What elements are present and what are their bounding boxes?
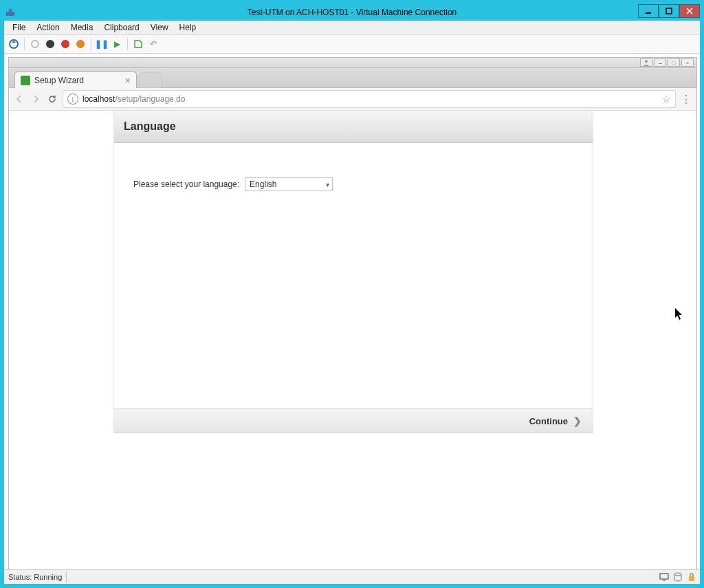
disk-icon[interactable] [672,572,683,582]
menu-view[interactable]: View [146,21,173,34]
maximize-button[interactable] [659,4,679,18]
vm-menubar: File Action Media Clipboard View Help [4,21,700,35]
site-info-icon[interactable]: i [67,94,78,105]
chrome-maximize-button[interactable]: □ [668,58,680,67]
statusbar-separator [66,571,67,582]
vm-display[interactable]: ‒ □ × Setup Wizard × [4,54,700,569]
wizard-title: Language [124,120,176,133]
svg-rect-3 [666,8,672,14]
toolbar-separator [91,38,91,50]
toolbar-separator [24,38,25,50]
language-select[interactable]: English ▾ [245,177,333,191]
forward-button[interactable] [30,93,42,105]
chrome-window: ‒ □ × Setup Wizard × [8,57,697,569]
toolbar-separator [127,38,128,50]
menu-clipboard[interactable]: Clipboard [100,21,143,34]
language-selected-value: English [250,179,276,189]
svg-rect-11 [689,576,694,581]
language-prompt: Please select your language: [133,179,239,189]
wizard-body: Please select your language: English ▾ [114,143,593,409]
vm-titlebar: Test-UTM on ACH-HOST01 - Virtual Machine… [4,4,700,21]
browser-tab-setup-wizard[interactable]: Setup Wizard × [14,72,137,88]
close-button[interactable] [679,4,700,18]
checkpoint-button[interactable] [131,37,145,51]
svg-rect-8 [660,574,668,579]
save-button[interactable] [74,37,87,51]
reload-button[interactable] [46,93,58,105]
url-text: localhost/setup/language.do [82,94,185,104]
wizard-header: Language [114,111,593,143]
shutdown-button[interactable] [58,37,72,51]
ctrl-alt-del-button[interactable] [7,37,21,51]
svg-rect-1 [9,9,12,12]
vm-app-icon [6,8,15,17]
pause-button[interactable]: ❚❚ [95,37,109,51]
continue-button[interactable]: Continue ❯ [529,415,582,426]
svg-rect-0 [6,12,14,16]
display-config-icon[interactable] [659,572,670,582]
chrome-address-bar: i localhost/setup/language.do ☆ ⋮ [9,88,696,111]
start-button[interactable] [28,37,42,51]
chevron-down-icon: ▾ [326,181,329,188]
chrome-minimize-button[interactable]: ‒ [654,58,666,67]
status-text: Status: Running [8,573,62,581]
url-path: /setup/language.do [115,94,185,104]
menu-action[interactable]: Action [32,21,63,34]
lock-icon[interactable] [686,572,697,582]
tab-favicon [21,76,30,85]
tab-title: Setup Wizard [34,76,84,85]
revert-button[interactable]: ↶ [146,37,160,51]
tab-close-icon[interactable]: × [125,76,131,85]
chrome-close-button[interactable]: × [681,58,694,67]
menu-help[interactable]: Help [175,21,201,34]
chrome-menu-button[interactable]: ⋮ [680,93,692,106]
wizard-footer: Continue ❯ [114,409,593,433]
chevron-right-icon: ❯ [573,415,582,426]
vm-window-title: Test-UTM on ACH-HOST01 - Virtual Machine… [4,8,700,17]
svg-point-7 [645,60,648,63]
setup-wizard-panel: Language Please select your language: En… [113,111,593,433]
turnoff-button[interactable] [43,37,57,51]
url-host: localhost [82,94,115,104]
chrome-tabstrip: Setup Wizard × [9,68,696,88]
omnibox[interactable]: i localhost/setup/language.do ☆ [63,90,676,108]
minimize-button[interactable] [638,4,659,18]
user-icon[interactable] [640,58,652,67]
vm-statusbar: Status: Running [4,569,700,584]
menu-file[interactable]: File [8,21,30,34]
reset-button[interactable]: ▶ [110,37,124,51]
bookmark-star-icon[interactable]: ☆ [662,94,671,105]
continue-label: Continue [529,416,568,426]
page-viewport: Language Please select your language: En… [9,111,696,569]
vm-toolbar: ❚❚ ▶ ↶ [4,35,700,54]
svg-point-10 [674,573,681,576]
chrome-window-controls: ‒ □ × [9,58,696,68]
new-tab-button[interactable] [140,72,162,88]
menu-media[interactable]: Media [67,21,98,34]
back-button[interactable] [13,93,25,105]
